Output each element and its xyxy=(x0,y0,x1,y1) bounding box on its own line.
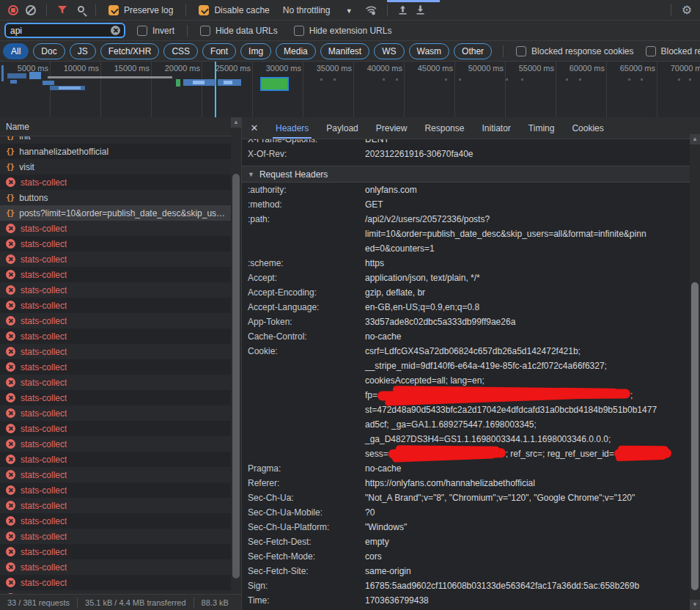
request-name: stats-collect xyxy=(21,562,67,573)
tab-cookies[interactable]: Cookies xyxy=(563,117,612,139)
filter-pill-ws[interactable]: WS xyxy=(374,43,404,59)
checkbox-checked-icon xyxy=(108,5,119,15)
settings-button[interactable]: ⚙ xyxy=(678,1,696,19)
header-value: same-origin xyxy=(365,564,690,578)
request-row[interactable]: stats-collect xyxy=(0,236,241,251)
preserve-log-checkbox[interactable]: Preserve log xyxy=(108,5,173,15)
request-row[interactable]: stats-collect xyxy=(0,282,241,298)
scrollbar-thumb[interactable] xyxy=(691,282,699,590)
waterfall-bar xyxy=(7,73,26,78)
filter-pill-media[interactable]: Media xyxy=(276,43,316,59)
throttling-dropdown[interactable]: No throttling ▼ xyxy=(283,5,353,15)
header-value-text: __stripe_mid=9df140f6-e64a-419e-85fc-a1c… xyxy=(365,361,607,371)
request-name: stats-collect xyxy=(21,316,67,326)
filter-pill-js[interactable]: JS xyxy=(70,43,96,59)
error-icon xyxy=(6,347,15,356)
filter-pill-fetch-xhr[interactable]: Fetch/XHR xyxy=(100,43,160,59)
filter-pill-img[interactable]: Img xyxy=(240,43,271,59)
details-scrollbar[interactable]: ▲ ▼ xyxy=(690,134,700,610)
filter-pill-doc[interactable]: Doc xyxy=(33,43,65,59)
search-button[interactable] xyxy=(71,1,89,19)
header-value-text: ; ref_src=; reg_ref_user_id= xyxy=(506,449,614,459)
tab-headers[interactable]: Headers xyxy=(267,117,317,139)
header-name: Pragma: xyxy=(248,461,365,476)
filter-checkbox-blocked-response-cookies[interactable]: Blocked response cookies xyxy=(516,46,633,56)
filter-input[interactable] xyxy=(4,23,125,38)
filter-pill-other[interactable]: Other xyxy=(454,43,492,59)
tab-preview[interactable]: Preview xyxy=(367,117,416,139)
clear-filter-icon[interactable] xyxy=(111,26,120,35)
request-row[interactable]: stats-collect xyxy=(0,405,241,421)
error-icon xyxy=(6,331,15,341)
scrollbar-thumb[interactable] xyxy=(232,174,240,578)
filter-checkbox-blocked-requests[interactable]: Blocked requests xyxy=(646,46,700,56)
request-row[interactable]: stats-collect xyxy=(0,298,241,313)
request-table-panel: Name {}init{}hannahelizabethofficial{}vi… xyxy=(0,117,242,610)
request-row[interactable]: {}visit xyxy=(0,159,241,174)
timeline-overview[interactable]: 5000 ms10000 ms15000 ms20000 ms25000 ms3… xyxy=(0,62,700,118)
request-row[interactable]: stats-collect xyxy=(0,313,241,328)
request-row[interactable]: stats-collect xyxy=(0,513,241,529)
scroll-up-icon[interactable]: ▲ xyxy=(231,117,241,128)
request-row[interactable]: {}buttons xyxy=(0,190,241,205)
request-row[interactable]: {}hannahelizabethofficial xyxy=(0,144,241,159)
filter-pill-css[interactable]: CSS xyxy=(163,43,198,59)
request-row[interactable]: stats-collect xyxy=(0,436,241,452)
request-row[interactable]: stats-collect xyxy=(0,375,241,390)
name-column-header[interactable]: Name xyxy=(0,117,241,136)
error-icon xyxy=(6,501,15,510)
tab-payload[interactable]: Payload xyxy=(317,117,366,139)
request-row[interactable]: {}init xyxy=(0,136,241,144)
request-name: stats-collect xyxy=(21,455,67,465)
request-row[interactable]: stats-collect xyxy=(0,467,241,482)
filter-toggle-button[interactable] xyxy=(54,1,71,19)
invert-checkbox[interactable]: Invert xyxy=(137,26,174,36)
header-name: Sec-Ch-Ua-Mobile: xyxy=(248,505,365,520)
request-row[interactable]: stats-collect xyxy=(0,421,241,436)
request-row[interactable]: stats-collect xyxy=(0,529,241,544)
request-row[interactable]: stats-collect xyxy=(0,344,241,359)
request-row[interactable]: stats-collect xyxy=(0,328,241,344)
hide-extension-urls-checkbox[interactable]: Hide extension URLs xyxy=(294,26,392,36)
request-row[interactable]: stats-collect xyxy=(0,559,241,575)
request-row[interactable]: {}posts?limit=10&order=publish_date_desc… xyxy=(0,205,241,221)
request-row[interactable]: stats-collect xyxy=(0,452,241,467)
error-icon xyxy=(6,362,15,372)
request-row[interactable]: stats-collect xyxy=(0,267,241,282)
waterfall-bar xyxy=(59,87,81,89)
tab-initiator[interactable]: Initiator xyxy=(473,117,519,139)
request-name: stats-collect xyxy=(21,362,67,372)
request-row[interactable]: stats-collect xyxy=(0,575,241,590)
filter-pill-wasm[interactable]: Wasm xyxy=(409,43,450,59)
export-har-button[interactable] xyxy=(412,1,430,19)
request-headers-section-header[interactable]: ▼ Request Headers xyxy=(242,166,690,183)
filter-pill-all[interactable]: All xyxy=(3,43,29,59)
request-row[interactable]: stats-collect xyxy=(0,221,241,236)
header-name: Time: xyxy=(248,593,365,608)
request-row[interactable]: stats-collect xyxy=(0,359,241,375)
disable-cache-checkbox[interactable]: Disable cache xyxy=(199,5,269,15)
request-row[interactable]: stats-collect xyxy=(0,498,241,513)
request-row[interactable]: stats-collect xyxy=(0,482,241,498)
tab-response[interactable]: Response xyxy=(416,117,473,139)
filter-pill-manifest[interactable]: Manifest xyxy=(320,43,369,59)
record-network-log-button[interactable] xyxy=(4,1,22,19)
request-row[interactable]: stats-collect xyxy=(0,544,241,559)
request-row[interactable]: stats-collect xyxy=(0,390,241,405)
scroll-down-icon[interactable]: ▼ xyxy=(690,600,700,610)
import-har-button[interactable] xyxy=(394,1,412,19)
close-details-button[interactable]: ✕ xyxy=(246,122,262,133)
request-row[interactable]: stats-collect xyxy=(0,251,241,267)
timeline-tick-label: 35000 ms xyxy=(302,64,352,73)
request-row[interactable]: stats-collect xyxy=(0,174,241,190)
request-name: stats-collect xyxy=(21,177,67,188)
clear-network-log-button[interactable] xyxy=(22,1,40,19)
header-value-line: sess=; ref_src=; reg_ref_user_id= xyxy=(365,447,690,461)
filter-pill-font[interactable]: Font xyxy=(202,43,236,59)
hide-data-urls-checkbox[interactable]: Hide data URLs xyxy=(200,26,278,36)
scroll-up-icon[interactable]: ▲ xyxy=(690,134,700,144)
request-details-panel: ✕ HeadersPayloadPreviewResponseInitiator… xyxy=(242,117,700,610)
network-conditions-button[interactable] xyxy=(363,1,380,19)
tab-timing[interactable]: Timing xyxy=(520,117,564,139)
request-list-scrollbar[interactable]: ▲ xyxy=(231,117,241,594)
